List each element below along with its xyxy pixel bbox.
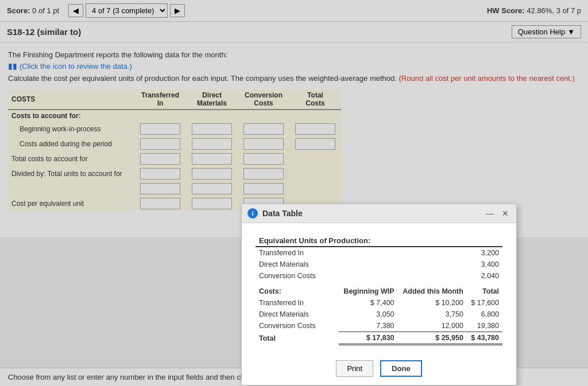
equiv-section-header-row: Equivalent Units of Production: (256, 235, 502, 237)
modal-minimize-button[interactable]: — (484, 209, 496, 218)
modal-close-button[interactable]: ✕ (500, 209, 510, 218)
modal-titlebar: i Data Table — ✕ (242, 204, 516, 223)
modal-body: Equivalent Units of Production: Transfer… (242, 223, 516, 237)
modal-title-left: i Data Table (247, 208, 303, 219)
info-icon: i (247, 208, 258, 219)
data-table-modal: i Data Table — ✕ Equivalent Units of Pro… (241, 204, 517, 237)
modal-title-text: Data Table (262, 209, 303, 218)
equiv-section-title: Equivalent Units of Production: (256, 235, 502, 237)
data-table: Equivalent Units of Production: Transfer… (256, 235, 502, 237)
modal-overlay: i Data Table — ✕ Equivalent Units of Pro… (0, 0, 588, 237)
modal-controls: — ✕ (484, 209, 510, 218)
